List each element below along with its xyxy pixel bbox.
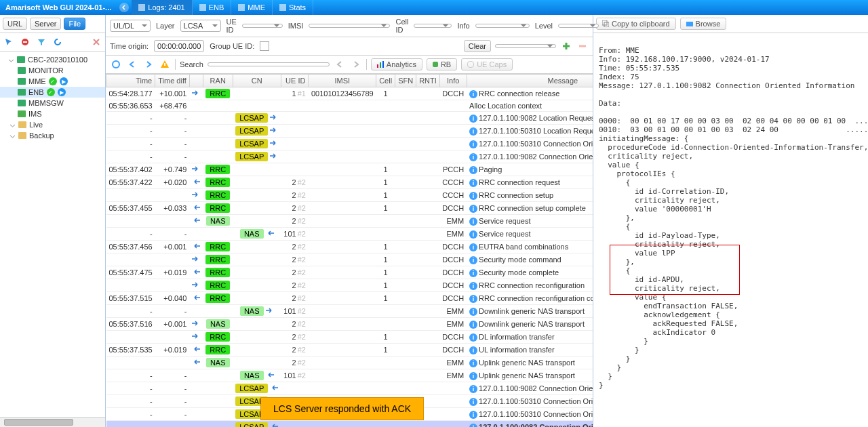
info-icon: i <box>469 90 477 98</box>
stop-icon[interactable] <box>19 36 31 48</box>
table-row[interactable]: --LCSAP i127.0.1.100:50310 Location Requ… <box>106 125 593 138</box>
table-row[interactable]: --NAS 101#2EMMiDownlink generic NAS tran… <box>106 305 593 318</box>
tree-node-enb[interactable]: ENB✓▶ <box>0 87 105 98</box>
filter-row-2: Time origin: 00:00:00.000 Group UE ID: C… <box>106 37 593 56</box>
table-row[interactable]: 05:55:36.653+68.476Alloc Location contex… <box>106 100 593 112</box>
table-row[interactable]: --LCSAP i127.0.1.100:9082 Connection Ori… <box>106 421 593 428</box>
level-select[interactable] <box>558 24 599 28</box>
cellid-select[interactable] <box>414 24 452 28</box>
table-row[interactable]: --LCSAP i127.0.1.100:50310 Connection Or… <box>106 138 593 150</box>
table-row[interactable]: NAS2#2EMMiService request <box>106 215 593 228</box>
col-sfn[interactable]: SFN <box>395 75 416 87</box>
tree-node-mme[interactable]: MME✓▶ <box>0 76 105 87</box>
info-icon: i <box>469 115 477 123</box>
col-message[interactable]: Message <box>467 75 593 87</box>
table-row[interactable]: 05:55:37.455+0.033RRC2#21DCCHiRRC connec… <box>106 202 593 215</box>
clear-subject-select[interactable] <box>495 44 556 48</box>
funnel-icon[interactable] <box>35 36 47 48</box>
url-button[interactable]: URL <box>3 18 27 30</box>
tab-logs-2401[interactable]: Logs: 2401 <box>132 0 192 15</box>
close-icon[interactable] <box>90 36 102 48</box>
col-ran[interactable]: RAN <box>203 75 233 87</box>
col-imsi[interactable]: IMSI <box>309 75 376 87</box>
time-origin-input[interactable]: 00:00:00.000 <box>154 40 204 52</box>
table-row[interactable]: --LCSAP i127.0.1.100:9082 Connection Ori… <box>106 150 593 163</box>
tab-enb[interactable]: ENB <box>193 0 232 15</box>
tree-node-mbmsgw[interactable]: MBMSGW <box>0 98 105 108</box>
tab-stats[interactable]: Stats <box>273 0 313 15</box>
tree-node-backup[interactable]: Backup <box>0 130 105 141</box>
tree-label: IMS <box>28 110 42 118</box>
file-button[interactable]: File <box>64 18 85 30</box>
twisty-icon[interactable] <box>8 57 14 63</box>
col-cell[interactable]: Cell <box>376 75 395 87</box>
analytics-button[interactable]: Analytics <box>371 58 422 70</box>
h-scrollbar[interactable] <box>0 417 105 427</box>
table-row[interactable]: 05:55:37.402+0.749RRC1PCCHiPaging <box>106 163 593 176</box>
table-row[interactable]: NAS2#2EMMiUplink generic NAS transport <box>106 357 593 369</box>
ueid-select[interactable] <box>242 24 283 28</box>
twisty-icon[interactable] <box>9 133 16 139</box>
warning-icon[interactable] <box>159 58 171 70</box>
tab-mme[interactable]: MME <box>231 0 273 15</box>
table-row[interactable]: RRC2#21DCCHiDL information transfer <box>106 331 593 344</box>
srv-icon <box>18 99 26 107</box>
back-icon[interactable] <box>119 3 129 12</box>
group-ueid-checkbox[interactable] <box>260 41 269 51</box>
table-row[interactable]: 05:55:37.515+0.040RRC2#21DCCHiRRC connec… <box>106 292 593 305</box>
table-row[interactable]: RRC2#21DCCHiRRC connection reconfigurati… <box>106 279 593 292</box>
log-grid[interactable]: TimeTime diffRANCNUE IDIMSICellSFNRNTIIn… <box>106 74 593 427</box>
tree-node-cbc-2023010100[interactable]: CBC-2023010100 <box>0 54 105 65</box>
list-icon <box>138 4 145 11</box>
table-row[interactable]: 05:55:37.422+0.020RRC2#21CCCHiRRC connec… <box>106 176 593 189</box>
info-icon: i <box>469 179 477 187</box>
imsi-select[interactable] <box>309 24 390 28</box>
search-input[interactable] <box>208 62 330 66</box>
pointer-icon[interactable] <box>3 36 15 48</box>
table-row[interactable]: --NAS 101#2EMMiUplink generic NAS transp… <box>106 369 593 382</box>
add-icon[interactable] <box>560 40 572 52</box>
home-icon[interactable] <box>110 58 122 70</box>
col-info[interactable]: Info <box>439 75 467 87</box>
table-row[interactable]: RRC2#21DCCHiSecurity mode command <box>106 253 593 266</box>
server-button[interactable]: Server <box>30 18 61 30</box>
table-row[interactable]: --LCSAP i127.0.1.100:9082 Location Reque… <box>106 112 593 125</box>
copy-button[interactable]: Copy to clipboard <box>596 18 676 30</box>
next-icon[interactable] <box>142 58 155 70</box>
info-select[interactable] <box>475 24 530 28</box>
remove-icon[interactable] <box>576 40 589 52</box>
tree-node-live[interactable]: Live <box>0 119 105 130</box>
tree-node-monitor[interactable]: MONITOR <box>0 65 105 76</box>
svg-rect-17 <box>380 62 381 68</box>
table-row[interactable]: --NAS 101#2EMMiService request <box>106 228 593 241</box>
col-ue-id[interactable]: UE ID <box>281 75 309 87</box>
search-prev-icon[interactable] <box>334 58 346 70</box>
table-row[interactable]: RRC2#21CCCHiRRC connection setup <box>106 189 593 202</box>
group-ueid-label: Group UE ID: <box>210 42 254 50</box>
tree-node-ims[interactable]: IMS <box>0 108 105 119</box>
browse-button[interactable]: Browse <box>680 18 727 30</box>
col-time-diff[interactable]: Time diff <box>155 75 190 87</box>
table-row[interactable]: 05:54:28.177+10.001RRC1#1001010123456789… <box>106 87 593 100</box>
twisty-icon[interactable] <box>9 122 16 128</box>
search-next-icon[interactable] <box>350 58 362 70</box>
info-icon: i <box>469 166 477 174</box>
uldl-select[interactable]: UL/DL <box>110 20 151 32</box>
table-row[interactable]: 05:55:37.516+0.001NAS2#2EMMiDownlink gen… <box>106 318 593 331</box>
detail-text[interactable]: From: MME Info: 192.168.100.17:9000, v20… <box>593 33 868 427</box>
uecaps-button[interactable]: UE Caps <box>461 58 513 70</box>
prev-icon[interactable] <box>126 58 138 70</box>
clear-button[interactable]: Clear <box>464 40 491 52</box>
rb-button[interactable]: RB <box>427 58 457 70</box>
table-row[interactable]: 05:55:37.456+0.001RRC2#21DCCHiEUTRA band… <box>106 241 593 253</box>
table-row[interactable]: 05:55:37.535+0.019RRC2#21DCCHiUL informa… <box>106 344 593 357</box>
refresh-icon[interactable] <box>52 36 64 48</box>
col-cn[interactable]: CN <box>233 75 281 87</box>
table-row[interactable]: 05:55:37.475+0.019RRC2#21DCCHiSecurity m… <box>106 266 593 279</box>
col-dir[interactable] <box>189 75 203 87</box>
layer-select[interactable]: LCSA <box>180 20 221 32</box>
col-time[interactable]: Time <box>106 75 155 87</box>
table-row[interactable]: --LCSAP i127.0.1.100:9082 Connection Ori… <box>106 382 593 395</box>
info-icon: i <box>469 269 477 277</box>
col-rnti[interactable]: RNTI <box>416 75 440 87</box>
